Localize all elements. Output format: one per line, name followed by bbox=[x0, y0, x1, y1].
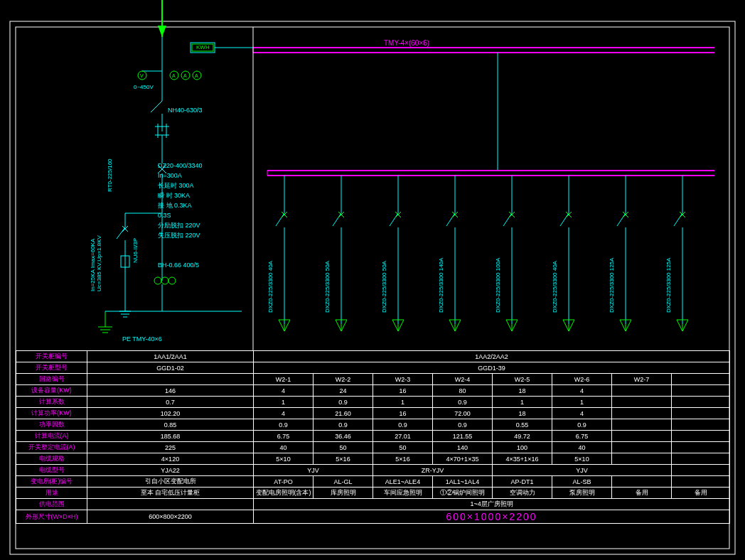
switch-label: NH40-630/3 bbox=[168, 107, 203, 114]
feeder-breaker-label: DXZ0-225/3300 40A bbox=[267, 220, 274, 313]
svg-line-101 bbox=[617, 213, 626, 226]
svg-line-94 bbox=[560, 213, 569, 226]
busbar-label: TMY-4×(60×6) bbox=[384, 39, 429, 47]
feeder-breaker-label: DXZ0-225/3300 50A bbox=[324, 220, 331, 313]
feeder-breaker-label: DXZ0-225/3300 50A bbox=[381, 220, 387, 313]
feeder-breaker-label: DXZ0-225/3300 140A bbox=[438, 220, 444, 313]
spd-label: NU6-II/3P bbox=[132, 213, 139, 263]
pe-label: PE TMY-40×6 bbox=[122, 335, 162, 343]
svg-line-108 bbox=[674, 213, 682, 226]
fuse-left: RT0-225/160 bbox=[107, 128, 113, 192]
feeder-breaker-label: DXZ0-225/3300 125A bbox=[609, 220, 615, 313]
svg-line-66 bbox=[333, 213, 341, 226]
breaker-block: DZ20-400/3340 In=300A 长延时 300A 瞬 时 30KA … bbox=[158, 161, 203, 240]
data-table: 开关柜编号1AA1/2AA11AA2/2AA2开关柜型号GGD1-02GGD1-… bbox=[16, 350, 730, 524]
svg-line-80 bbox=[446, 213, 455, 226]
feeder-breaker-label: DXZ0-225/3300 125A bbox=[665, 220, 672, 313]
kwh-label: KWH bbox=[196, 44, 210, 50]
feeder-breaker-label: DXZ0-225/3300 40A bbox=[552, 220, 558, 313]
volt-range: 0~450V bbox=[134, 84, 154, 90]
svg-line-73 bbox=[390, 213, 398, 226]
spd-params: In=25KA Imax=60KA Uc=385 KV,Up=1.8KV bbox=[90, 206, 102, 291]
feeder-breaker-label: DXZ0-225/3300 100A bbox=[495, 220, 501, 313]
svg-line-87 bbox=[503, 213, 512, 226]
diagram-stage: { "busbar_label": "TMY-4×(60×6)", "kwh":… bbox=[0, 0, 745, 560]
svg-line-59 bbox=[276, 213, 284, 226]
ct-label: BH-0.66 400/5 bbox=[158, 262, 199, 269]
